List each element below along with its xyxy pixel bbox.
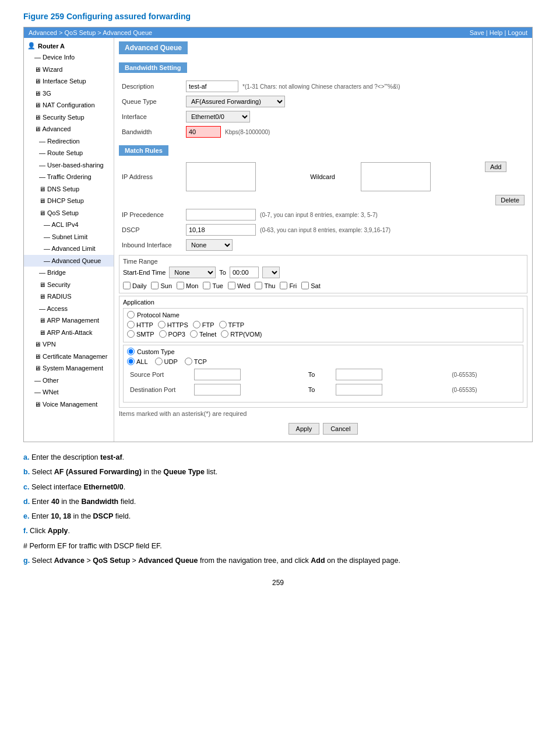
ftp-radio[interactable] [193,321,200,328]
custom-type-radio[interactable] [127,348,135,355]
end-time-ampm[interactable] [262,267,280,278]
sidebar-item-access[interactable]: — Access [24,303,114,315]
tue-checkbox-label[interactable]: Tue [203,282,223,289]
mon-checkbox[interactable] [177,282,184,289]
sidebar-item-device-info[interactable]: — Device Info [24,51,114,64]
fri-checkbox-label[interactable]: Fri [280,282,297,289]
pop3-radio[interactable] [159,330,167,338]
sidebar-item-subnet-limit[interactable]: — Subnet Limit [24,231,114,243]
daily-checkbox-label[interactable]: Daily [123,282,146,289]
sidebar-item-cert-manager[interactable]: 🖥 Certificate Managemer [24,351,114,363]
protocol-name-radio[interactable] [127,311,135,318]
description-input[interactable] [186,80,238,92]
cancel-button[interactable]: Cancel [323,423,358,435]
wed-checkbox[interactable] [228,282,235,289]
inbound-interface-select[interactable]: None Ethernet0/0 [186,239,233,251]
sidebar-item-vpn[interactable]: 🖥 VPN [24,338,114,351]
sidebar-item-dns-setup[interactable]: 🖥 DNS Setup [24,183,114,195]
delete-button[interactable]: Delete [495,195,525,205]
rtp-label[interactable]: RTP(VOM) [221,330,262,338]
sidebar-item-dhcp-setup[interactable]: 🖥 DHCP Setup [24,195,114,207]
tftp-label[interactable]: TFTP [219,321,245,328]
sidebar-item-arp-management[interactable]: 🖥 ARP Management [24,314,114,327]
protocol-name-radio-label[interactable]: Protocol Name [127,311,519,318]
sidebar-item-acl-ipv4[interactable]: — ACL IPv4 [24,219,114,231]
sidebar-item-redirection[interactable]: — Redirection [24,135,114,148]
tcp-radio[interactable] [185,358,192,365]
sun-checkbox[interactable] [151,282,159,289]
ftp-label[interactable]: FTP [193,321,214,328]
sidebar-item-radius[interactable]: 🖥 RADIUS [24,290,114,303]
mon-checkbox-label[interactable]: Mon [177,282,198,289]
sidebar-item-interface-setup[interactable]: 🖥 Interface Setup [24,75,114,88]
tcp-label[interactable]: TCP [185,358,207,365]
all-radio[interactable] [127,358,135,365]
udp-label[interactable]: UDP [155,358,178,365]
ip-address-input[interactable] [186,162,256,191]
end-time-input[interactable] [230,267,259,278]
dest-port-input[interactable] [194,384,241,396]
ip-precedence-input[interactable] [186,209,256,220]
all-label[interactable]: ALL [127,358,148,365]
start-end-select[interactable]: None [169,267,216,278]
tue-checkbox[interactable] [203,282,210,289]
sun-checkbox-label[interactable]: Sun [151,282,172,289]
bandwidth-input[interactable] [186,126,221,138]
sidebar-item-advanced-limit[interactable]: — Advanced Limit [24,243,114,255]
sidebar-item-security[interactable]: 🖥 Security [24,279,114,291]
description-hint: *(1-31 Chars: not allowing Chinese chara… [242,83,400,90]
sidebar-item-advanced[interactable]: 🖥 Advanced [24,123,114,135]
sidebar-item-voice-mgmt[interactable]: 🖥 Voice Management [24,398,114,411]
step-f-letter: f. [23,527,28,535]
sidebar-item-advanced-queue[interactable]: — Advanced Queue [24,255,114,267]
sidebar-item-system-mgmt[interactable]: 🖥 System Management [24,362,114,374]
sidebar-item-other[interactable]: — Other [24,374,114,387]
custom-type-radio-label[interactable]: Custom Type [127,348,519,355]
dscp-input[interactable] [186,224,256,236]
sidebar-item-wnet[interactable]: — WNet [24,386,114,398]
daily-checkbox[interactable] [123,282,131,289]
sidebar-item-route-setup[interactable]: — Route Setup [24,147,114,159]
fri-checkbox[interactable] [280,282,287,289]
sidebar-item-arp-anti-attack[interactable]: 🖥 ARP Anti-Attack [24,327,114,339]
pop3-label[interactable]: POP3 [159,330,185,338]
http-radio[interactable] [127,321,135,328]
tftp-radio[interactable] [219,321,227,328]
sidebar-item-qos-setup[interactable]: 🖥 QoS Setup [24,207,114,219]
dest-port-input-cell [191,382,305,397]
sidebar-item-wizard[interactable]: 🖥 Wizard [24,64,114,76]
dest-port-to-input[interactable] [336,384,382,396]
wildcard-input[interactable] [361,162,431,191]
sat-checkbox[interactable] [301,282,309,289]
source-port-to-input[interactable] [336,369,382,380]
wed-checkbox-label[interactable]: Wed [228,282,250,289]
rtp-radio[interactable] [221,330,228,338]
add-button[interactable]: Add [485,162,507,172]
description-row: Description *(1-31 Chars: not allowing C… [119,79,527,94]
sidebar-item-user-based-sharing[interactable]: — User-based-sharing [24,159,114,172]
thu-checkbox[interactable] [255,282,262,289]
https-radio[interactable] [158,321,166,328]
queue-type-select[interactable]: AF(Assured Forwarding) PQ WFQ [186,96,285,107]
sidebar-item-nat-config[interactable]: 🖥 NAT Configuration [24,99,114,111]
router-icon: 👤 [27,42,36,50]
sat-checkbox-label[interactable]: Sat [301,282,321,289]
breadcrumb-bar-wrapper: Advanced > QoS Setup > Advanced Queue Sa… [24,27,532,38]
sidebar-item-traffic-ordering[interactable]: — Traffic Ordering [24,171,114,183]
sidebar-item-3g[interactable]: 🖥 3G [24,88,114,100]
https-label[interactable]: HTTPS [158,321,188,328]
sidebar-item-security-setup[interactable]: 🖥 Security Setup [24,111,114,124]
dscp-label: DSCP [119,222,183,237]
udp-radio[interactable] [155,358,163,365]
interface-select[interactable]: Ethernet0/0 Ethernet0/1 [186,111,250,123]
sidebar-item-bridge[interactable]: — Bridge [24,267,114,279]
http-label[interactable]: HTTP [127,321,153,328]
telnet-label[interactable]: Telnet [190,330,216,338]
thu-checkbox-label[interactable]: Thu [255,282,275,289]
telnet-radio[interactable] [190,330,198,338]
apply-button[interactable]: Apply [288,423,320,435]
smtp-radio[interactable] [127,330,135,338]
dest-port-to-input-cell [333,382,447,397]
source-port-input[interactable] [194,369,241,380]
smtp-label[interactable]: SMTP [127,330,154,338]
